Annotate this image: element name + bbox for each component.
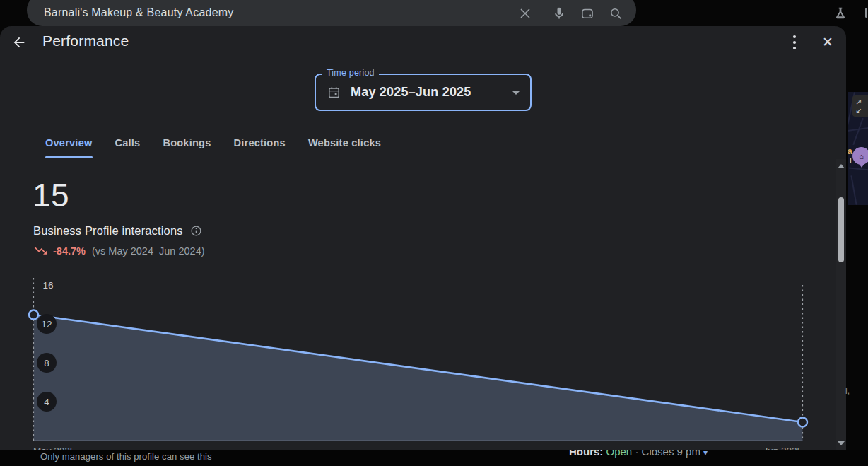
data-point-jun[interactable]	[798, 418, 807, 427]
trend-row: -84.7% (vs May 2024–Jun 2024)	[33, 243, 205, 258]
hours-status: Open	[606, 450, 633, 458]
map-fragment: ↗ ↙ a T ⌂	[848, 92, 868, 205]
time-period-value: May 2025–Jun 2025	[351, 85, 512, 100]
page-title: Performance	[42, 33, 129, 49]
edge-ui-sliver	[865, 8, 867, 18]
metric-comparison: (vs May 2024–Jun 2024)	[92, 245, 205, 257]
tab-directions[interactable]: Directions	[233, 131, 285, 155]
bottom-strip: Only managers of this profile can see th…	[0, 450, 868, 466]
map-label-fragment-a: a	[848, 146, 852, 156]
performance-panel: Performance ✕ May 2025–Jun 2025 Time per…	[0, 26, 846, 450]
ytick-12: 12	[41, 319, 52, 330]
map-place-pin[interactable]: ⌂	[852, 147, 868, 165]
info-icon[interactable]	[190, 225, 202, 237]
scroll-down-arrow[interactable]	[836, 438, 846, 448]
microphone-icon[interactable]	[550, 4, 568, 23]
close-icon[interactable]: ✕	[817, 31, 838, 52]
data-point-may[interactable]	[29, 310, 38, 320]
ytick-4: 4	[44, 397, 49, 407]
ytick-8: 8	[44, 358, 49, 368]
xtick-may-2025: May 2025	[33, 445, 75, 450]
back-button[interactable]	[8, 32, 30, 53]
search-icon[interactable]	[606, 4, 625, 23]
clear-search-icon[interactable]	[516, 4, 534, 23]
hours-row[interactable]: Hours: Open · Closes 9 pm ▾	[569, 450, 708, 458]
area-fill	[34, 315, 803, 441]
interactions-area-chart: 16 12 8 4 May 2025 Jun 2025	[0, 276, 846, 450]
expand-map-icon[interactable]: ↗ ↙	[852, 95, 868, 117]
trending-down-icon	[33, 243, 48, 258]
time-period-select[interactable]: May 2025–Jun 2025	[315, 74, 532, 111]
background-text-fragment: l,	[845, 386, 850, 396]
labs-flask-icon[interactable]	[831, 4, 850, 23]
tab-calls[interactable]: Calls	[115, 131, 141, 155]
expand-sw-arrow: ↙	[855, 106, 862, 115]
xtick-jun-2025: Jun 2025	[763, 445, 802, 450]
time-period-label: Time period	[322, 68, 379, 78]
ytick-16: 16	[42, 280, 53, 291]
metric-name: Business Profile interactions	[33, 224, 183, 238]
metric-total: 15	[33, 176, 69, 214]
hours-chevron-down-icon[interactable]: ▾	[703, 450, 708, 458]
scrollbar[interactable]	[836, 159, 846, 450]
metric-change: -84.7%	[53, 245, 86, 257]
search-bar[interactable]: Barnali's Makeup & Beauty Academy	[27, 0, 636, 26]
metric-name-row: Business Profile interactions	[33, 224, 202, 238]
tab-bar: Overview Calls Bookings Directions Websi…	[0, 131, 846, 158]
tab-divider	[0, 158, 846, 158]
tab-overview[interactable]: Overview	[45, 131, 93, 155]
chevron-down-icon	[512, 91, 520, 95]
camera-lens-icon[interactable]	[578, 4, 597, 23]
searchbar-divider	[541, 4, 541, 21]
landmark-pin-glyph: ⌂	[859, 152, 864, 161]
scrollbar-thumb[interactable]	[838, 197, 844, 262]
calendar-icon	[327, 86, 341, 99]
privacy-note: Only managers of this profile can see th…	[40, 451, 212, 462]
scroll-up-arrow[interactable]	[836, 161, 846, 171]
search-input[interactable]: Barnali's Makeup & Beauty Academy	[44, 6, 636, 19]
tab-website-clicks[interactable]: Website clicks	[308, 131, 381, 155]
expand-ne-arrow: ↗	[855, 98, 862, 106]
hours-label: Hours:	[569, 450, 603, 458]
tab-bookings[interactable]: Bookings	[163, 131, 211, 155]
more-options-icon[interactable]	[785, 32, 804, 53]
hours-detail: · Closes 9 pm	[635, 450, 703, 458]
screen: Barnali's Makeup & Beauty Academy Perfor…	[0, 0, 868, 466]
